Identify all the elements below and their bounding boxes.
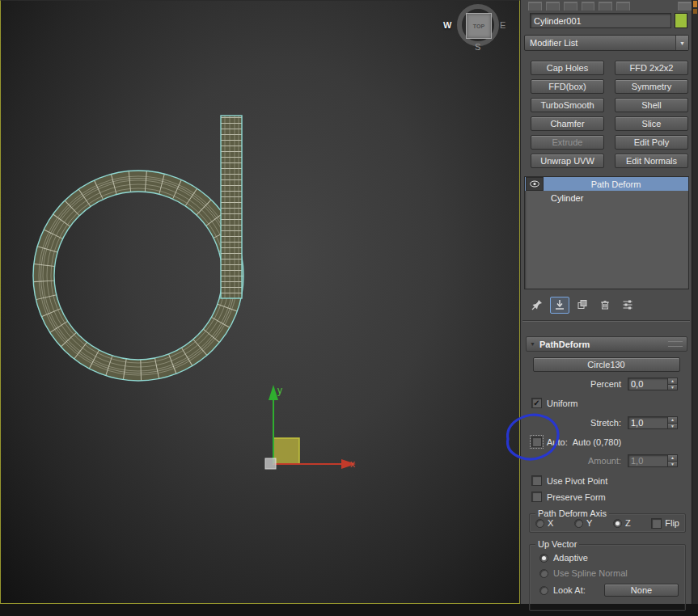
make-unique-icon[interactable]: [573, 297, 592, 314]
modifier-list-dropdown[interactable]: Modifier List ▼: [524, 35, 689, 51]
scene-canvas: y x: [1, 1, 519, 603]
look-at-label: Look At:: [553, 585, 586, 595]
pathdeform-rollout-header[interactable]: ▼ PathDeform: [526, 336, 687, 352]
remove-modifier-icon[interactable]: [595, 297, 615, 314]
object-name-input[interactable]: [530, 13, 671, 28]
panel-scrollbar[interactable]: [692, 0, 698, 604]
show-end-result-icon[interactable]: [550, 297, 569, 314]
auto-label: Auto:: [547, 437, 568, 447]
viewcube-top-face[interactable]: TOP: [466, 13, 492, 39]
modifier-stack[interactable]: Path Deform Cylinder: [524, 176, 689, 289]
command-panel: Modifier List ▼ Cap Holes FFD 2x2x2 FFD(…: [520, 0, 692, 604]
pin-stack-icon[interactable]: [527, 297, 547, 314]
create-tab-icon[interactable]: [528, 2, 542, 11]
configure-modifier-sets-icon[interactable]: [618, 297, 637, 314]
rollout-collapse-icon: ▼: [530, 341, 535, 347]
look-at-radio[interactable]: Look At: None: [539, 584, 680, 597]
spinner-down-icon[interactable]: ▼: [668, 424, 677, 429]
percent-value[interactable]: 0,0: [628, 378, 667, 390]
preserve-form-checkbox[interactable]: [531, 492, 542, 502]
up-vector-label: Up Vector: [535, 539, 579, 549]
amount-label: Amount:: [588, 456, 621, 466]
amount-value: 1,0: [628, 455, 667, 466]
modifier-list-label: Modifier List: [525, 38, 675, 48]
amount-spinner: 1,0 ▲▼: [628, 454, 678, 467]
scrollbar-thumb[interactable]: [693, 1, 697, 7]
radio-icon[interactable]: [574, 519, 583, 528]
axis-x-radio[interactable]: X: [535, 518, 553, 528]
viewcube-south-label[interactable]: S: [475, 42, 480, 52]
slice-button[interactable]: Slice: [615, 116, 688, 131]
stack-item-path-deform[interactable]: Path Deform: [525, 177, 688, 191]
use-spline-normal-label: Use Spline Normal: [553, 568, 628, 578]
utilities-tab-icon[interactable]: [616, 2, 630, 11]
look-at-none-button[interactable]: None: [604, 584, 679, 597]
flip-checkbox[interactable]: Flip: [651, 518, 679, 529]
uniform-checkbox[interactable]: ✓: [531, 398, 542, 408]
use-spline-normal-radio: Use Spline Normal: [539, 568, 680, 578]
spinner-down-icon[interactable]: ▼: [668, 385, 677, 390]
visibility-icon[interactable]: [526, 177, 544, 191]
flip-label: Flip: [665, 518, 679, 528]
gizmo-origin-handle: [265, 458, 276, 469]
edit-poly-button[interactable]: Edit Poly: [615, 135, 688, 150]
spinner-up-icon[interactable]: ▲: [668, 417, 677, 424]
turbosmooth-button[interactable]: TurboSmooth: [531, 98, 604, 112]
radio-icon: [539, 569, 548, 578]
radio-icon[interactable]: [539, 586, 548, 595]
radio-icon[interactable]: [613, 519, 622, 528]
edit-normals-button[interactable]: Edit Normals: [615, 154, 688, 168]
gizmo-xy-plane-handle: [273, 438, 299, 464]
adaptive-radio[interactable]: Adaptive: [539, 553, 680, 563]
shell-button[interactable]: Shell: [615, 98, 688, 112]
path-deform-axis-group: Path Deform Axis X Y Z Flip: [529, 513, 686, 533]
checkbox-icon[interactable]: [651, 518, 662, 529]
gizmo-x-label: x: [350, 458, 355, 470]
spinner-down-icon: ▼: [668, 462, 677, 467]
up-vector-group: Up Vector Adaptive Use Spline Normal Loo…: [529, 544, 686, 611]
radio-icon[interactable]: [539, 554, 548, 563]
axis-y-radio[interactable]: Y: [574, 518, 592, 528]
cap-holes-button[interactable]: Cap Holes: [531, 61, 604, 75]
modifier-button-set: Cap Holes FFD 2x2x2 FFD(box) Symmetry Tu…: [531, 61, 688, 168]
percent-label: Percent: [590, 379, 621, 389]
modify-tab-icon[interactable]: [546, 2, 560, 11]
use-pivot-point-checkbox[interactable]: [531, 475, 542, 486]
unwrap-uvw-button[interactable]: Unwrap UVW: [531, 154, 604, 168]
display-tab-icon[interactable]: [599, 2, 612, 11]
stretch-value[interactable]: 1,0: [628, 417, 667, 428]
path-deform-axis-label: Path Deform Axis: [535, 508, 609, 518]
axis-x-label: X: [548, 518, 553, 528]
viewcube-east-label[interactable]: E: [500, 20, 506, 30]
rollout-grip: [668, 341, 683, 347]
viewcube[interactable]: TOP W E S: [443, 2, 506, 53]
object-color-swatch[interactable]: [675, 13, 687, 28]
ffd-box-button[interactable]: FFD(box): [531, 79, 604, 94]
auto-checkbox[interactable]: [531, 437, 542, 447]
chevron-down-icon[interactable]: ▼: [675, 36, 688, 50]
ffd-2x2x2-button[interactable]: FFD 2x2x2: [615, 61, 688, 75]
stack-item-cylinder[interactable]: Cylinder: [525, 191, 688, 205]
stretch-spinner[interactable]: 1,0 ▲▼: [628, 416, 678, 429]
hierarchy-tab-icon[interactable]: [564, 2, 577, 11]
panel-corner-icon[interactable]: [678, 2, 692, 11]
axis-z-radio[interactable]: Z: [613, 518, 631, 528]
preserve-form-label: Preserve Form: [547, 492, 606, 502]
percent-spinner[interactable]: 0,0 ▲▼: [628, 378, 678, 390]
extrude-button: Extrude: [531, 135, 604, 150]
spinner-up-icon[interactable]: ▲: [668, 378, 677, 385]
chamfer-button[interactable]: Chamfer: [531, 116, 604, 131]
gizmo-y-label: y: [277, 385, 282, 396]
spinner-up-icon: ▲: [668, 455, 677, 462]
viewcube-west-label[interactable]: W: [443, 20, 451, 30]
panel-divider: [522, 320, 690, 322]
rollout-title: PathDeform: [539, 340, 590, 349]
viewport-top[interactable]: y x TOP W E S: [0, 0, 520, 604]
stack-toolbar: [521, 296, 692, 314]
radio-icon[interactable]: [535, 519, 544, 528]
motion-tab-icon[interactable]: [582, 2, 595, 11]
symmetry-button[interactable]: Symmetry: [615, 79, 688, 94]
axis-z-label: Z: [625, 518, 631, 528]
pick-path-button[interactable]: Circle130: [533, 357, 680, 372]
axis-y-label: Y: [586, 518, 592, 528]
